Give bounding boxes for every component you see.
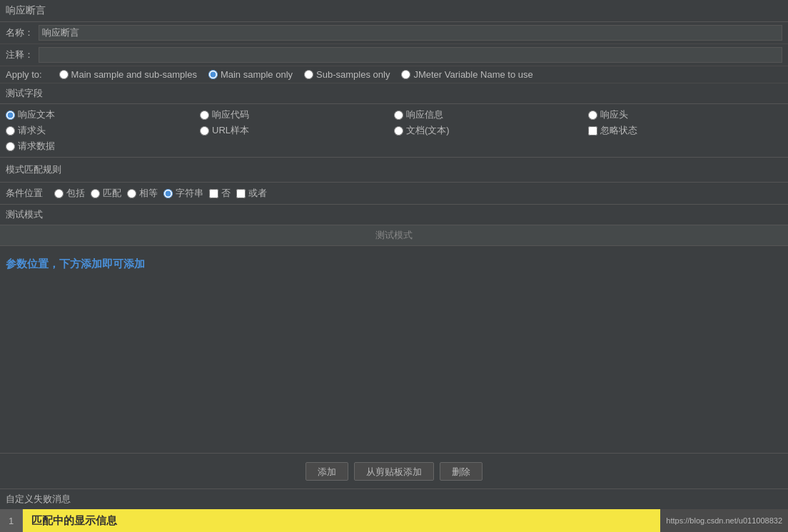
apply-main-only[interactable]: Main sample only bbox=[208, 69, 293, 80]
cond-not[interactable]: 否 bbox=[209, 187, 231, 200]
name-label: 名称： bbox=[6, 26, 34, 39]
cond-or[interactable]: 或者 bbox=[236, 187, 267, 200]
test-pattern-header: 测试模式 bbox=[0, 205, 788, 225]
cond-equal[interactable]: 相等 bbox=[127, 187, 158, 200]
cond-not-checkbox[interactable] bbox=[209, 189, 218, 198]
cond-include[interactable]: 包括 bbox=[54, 187, 85, 200]
field-url[interactable]: URL样本 bbox=[200, 124, 394, 137]
delete-button[interactable]: 删除 bbox=[440, 462, 483, 481]
bottom-bar: 1 匹配中的显示信息 https://blog.csdn.net/u011008… bbox=[0, 509, 788, 532]
title-text: 响应断言 bbox=[6, 4, 46, 16]
condition-row: 条件位置 包括 匹配 相等 字符串 否 或者 bbox=[0, 183, 788, 205]
comment-input[interactable] bbox=[39, 47, 782, 63]
field-doc-text-radio[interactable] bbox=[394, 126, 403, 135]
bottom-buttons: 添加 从剪贴板添加 删除 bbox=[0, 453, 788, 489]
field-response-msg-radio[interactable] bbox=[394, 111, 403, 120]
cond-match-radio[interactable] bbox=[91, 189, 100, 198]
comment-row: 注释： bbox=[0, 44, 788, 66]
field-response-code[interactable]: 响应代码 bbox=[200, 108, 394, 121]
comment-label: 注释： bbox=[6, 48, 34, 61]
bottom-url: https://blog.csdn.net/u011008832 bbox=[660, 509, 788, 532]
test-fields-options: 响应文本 响应代码 响应信息 响应头 请求头 URL样本 文档(文本) bbox=[0, 104, 788, 158]
apply-to-row: Apply to: Main sample and sub-samples Ma… bbox=[0, 66, 788, 83]
params-hint: 参数位置，下方添加即可添加 bbox=[0, 246, 788, 282]
field-doc-text[interactable]: 文档(文本) bbox=[394, 124, 588, 137]
cond-string-radio[interactable] bbox=[163, 189, 173, 198]
apply-main-only-radio[interactable] bbox=[208, 70, 218, 79]
test-pattern-section: 测试模式 测试模式 bbox=[0, 205, 788, 246]
line-number: 1 bbox=[0, 509, 23, 532]
cond-include-radio[interactable] bbox=[54, 189, 64, 198]
apply-sub-only-radio[interactable] bbox=[304, 70, 313, 79]
add-button[interactable]: 添加 bbox=[305, 462, 348, 481]
match-text: 匹配中的显示信息 bbox=[23, 509, 660, 532]
add-from-clipboard-button[interactable]: 从剪贴板添加 bbox=[354, 462, 434, 481]
main-container: 响应断言 名称： 注释： Apply to: Main sample and s… bbox=[0, 0, 788, 532]
field-response-header-radio[interactable] bbox=[588, 111, 597, 120]
name-row: 名称： bbox=[0, 22, 788, 44]
field-response-text[interactable]: 响应文本 bbox=[6, 108, 200, 121]
field-ignore-status[interactable]: 忽略状态 bbox=[588, 124, 782, 137]
field-request-header[interactable]: 请求头 bbox=[6, 124, 200, 137]
field-response-header[interactable]: 响应头 bbox=[588, 108, 782, 121]
apply-main-and-sub-radio[interactable] bbox=[59, 70, 69, 79]
cond-match[interactable]: 匹配 bbox=[91, 187, 121, 200]
apply-sub-only[interactable]: Sub-samples only bbox=[304, 69, 390, 80]
field-ignore-status-checkbox[interactable] bbox=[588, 126, 597, 135]
name-input[interactable] bbox=[39, 25, 782, 41]
cond-string[interactable]: 字符串 bbox=[163, 187, 203, 200]
cond-or-checkbox[interactable] bbox=[236, 189, 246, 198]
field-url-radio[interactable] bbox=[200, 126, 209, 135]
page-title: 响应断言 bbox=[0, 0, 788, 22]
field-request-data[interactable]: 请求数据 bbox=[6, 140, 200, 153]
apply-main-and-sub[interactable]: Main sample and sub-samples bbox=[59, 69, 197, 80]
field-response-code-radio[interactable] bbox=[200, 111, 209, 120]
field-request-data-radio[interactable] bbox=[6, 142, 15, 151]
test-fields-header: 测试字段 bbox=[0, 83, 788, 104]
apply-jmeter-var-radio[interactable] bbox=[401, 70, 410, 79]
apply-to-label: Apply to: bbox=[6, 69, 42, 80]
custom-fail-section: 自定义失败消息 bbox=[0, 488, 788, 509]
cond-equal-radio[interactable] bbox=[127, 189, 136, 198]
apply-jmeter-var[interactable]: JMeter Variable Name to use bbox=[401, 69, 532, 80]
condition-label: 条件位置 bbox=[6, 187, 49, 200]
pattern-matching-header: 模式匹配规则 bbox=[6, 160, 782, 179]
field-response-text-radio[interactable] bbox=[6, 111, 15, 120]
test-pattern-placeholder: 测试模式 bbox=[0, 225, 788, 245]
field-response-msg[interactable]: 响应信息 bbox=[394, 108, 588, 121]
pattern-matching-section: 模式匹配规则 bbox=[0, 158, 788, 183]
field-request-header-radio[interactable] bbox=[6, 126, 15, 135]
